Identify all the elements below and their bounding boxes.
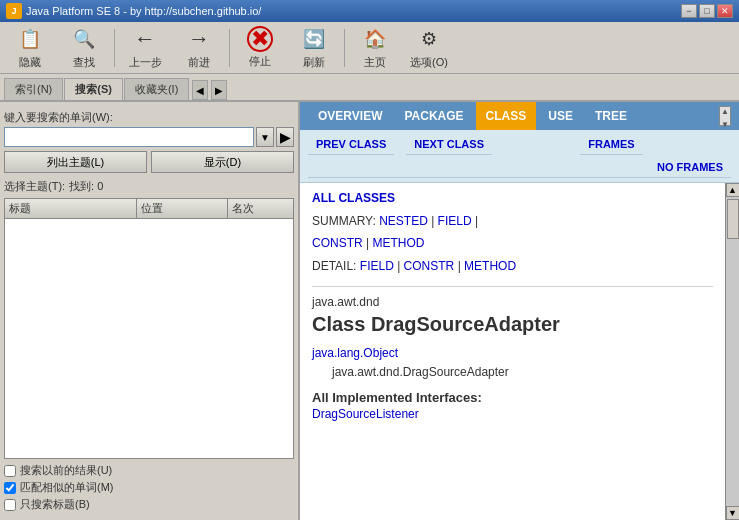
next-class-link[interactable]: NEXT CLASS <box>406 134 492 155</box>
stop-icon: ✖ <box>247 26 273 52</box>
title-bar-text: Java Platform SE 8 - by http://subchen.g… <box>26 5 261 17</box>
drag-source-listener-link[interactable]: DragSourceListener <box>312 407 713 421</box>
search-input-row: ▼ ▶ <box>4 127 294 147</box>
search-options: 搜索以前的结果(U) 匹配相似的单词(M) 只搜索标题(B) <box>4 459 294 516</box>
options-label: 选项(O) <box>410 55 448 70</box>
title-bar: J Java Platform SE 8 - by http://subchen… <box>0 0 739 22</box>
search-prompt: 键入要搜索的单词(W): <box>4 110 294 125</box>
stop-button[interactable]: ✖ 停止 <box>234 25 286 71</box>
table-body <box>5 219 293 458</box>
content-nav-tabs: OVERVIEW PACKAGE CLASS USE TREE ▲ ▼ <box>300 102 739 130</box>
right-scrollbar[interactable]: ▲ ▼ <box>725 183 739 520</box>
left-panel-tabs: 索引(N) 搜索(S) 收藏夹(I) ◀ ▶ <box>0 74 739 102</box>
stop-label: 停止 <box>249 54 271 69</box>
col-position: 位置 <box>137 199 228 218</box>
right-panel: OVERVIEW PACKAGE CLASS USE TREE ▲ ▼ PREV… <box>300 102 739 520</box>
close-button[interactable]: ✕ <box>717 4 733 18</box>
constr-link-s[interactable]: CONSTR <box>312 236 363 250</box>
hide-icon: 📋 <box>16 26 44 53</box>
constr-link-d[interactable]: CONSTR <box>404 259 455 273</box>
col-rank: 名次 <box>228 199 293 218</box>
forward-button[interactable]: → 前进 <box>173 25 225 71</box>
search-button[interactable]: 🔍 查找 <box>58 25 110 71</box>
minimize-button[interactable]: − <box>681 4 697 18</box>
checkbox-title-input[interactable] <box>4 499 16 511</box>
show-button[interactable]: 显示(D) <box>151 151 294 173</box>
back-button[interactable]: ← 上一步 <box>119 25 171 71</box>
method-link-s[interactable]: METHOD <box>372 236 424 250</box>
back-icon: ← <box>131 26 159 53</box>
implemented-title: All Implemented Interfaces: <box>312 390 713 405</box>
refresh-icon: 🔄 <box>300 26 328 53</box>
object-link[interactable]: java.lang.Object <box>312 346 398 360</box>
left-panel: 键入要搜索的单词(W): ▼ ▶ 列出主题(L) 显示(D) 选择主题(T): … <box>0 102 300 520</box>
tab-next-arrow[interactable]: ▶ <box>211 80 227 100</box>
tab-tree[interactable]: TREE <box>585 102 637 130</box>
home-label: 主页 <box>364 55 386 70</box>
hide-label: 隐藏 <box>19 55 41 70</box>
search-icon: 🔍 <box>70 26 98 53</box>
content-subnav: PREV CLASS NEXT CLASS FRAMES NO FRAMES <box>300 130 739 183</box>
field-link-d[interactable]: FIELD <box>360 259 394 273</box>
summary-text: SUMMARY: NESTED | FIELD | <box>312 211 713 233</box>
class-title: Class DragSourceAdapter <box>312 313 713 336</box>
all-classes-link[interactable]: ALL CLASSES <box>312 191 713 205</box>
no-frames-link[interactable]: NO FRAMES <box>308 157 731 178</box>
action-buttons: 列出主题(L) 显示(D) <box>4 151 294 173</box>
refresh-label: 刷新 <box>303 55 325 70</box>
results-table: 标题 位置 名次 <box>4 198 294 459</box>
summary-text-2: CONSTR | METHOD <box>312 233 713 255</box>
method-link-d[interactable]: METHOD <box>464 259 516 273</box>
search-label: 查找 <box>73 55 95 70</box>
toolbar: 📋 隐藏 🔍 查找 ← 上一步 → 前进 ✖ 停止 🔄 刷新 🏠 主页 ⚙ 选项… <box>0 22 739 74</box>
checkbox-similar-input[interactable] <box>4 482 16 494</box>
tab-index[interactable]: 索引(N) <box>4 78 63 100</box>
tab-class[interactable]: CLASS <box>476 102 537 130</box>
checkbox-previous-results: 搜索以前的结果(U) <box>4 463 294 478</box>
checkbox-title-only: 只搜索标题(B) <box>4 497 294 512</box>
toolbar-separator-3 <box>344 29 345 67</box>
tab-prev-arrow[interactable]: ◀ <box>192 80 208 100</box>
nav-scrollbar[interactable]: ▲ ▼ <box>719 106 731 126</box>
tab-use[interactable]: USE <box>538 102 583 130</box>
main-container: 键入要搜索的单词(W): ▼ ▶ 列出主题(L) 显示(D) 选择主题(T): … <box>0 102 739 520</box>
search-input[interactable] <box>4 127 254 147</box>
tab-overview[interactable]: OVERVIEW <box>308 102 392 130</box>
window-controls: − □ ✕ <box>681 4 733 18</box>
inheritance-tree: java.lang.Object java.awt.dnd.DragSource… <box>312 344 713 382</box>
maximize-button[interactable]: □ <box>699 4 715 18</box>
content-area: ALL CLASSES SUMMARY: NESTED | FIELD | CO… <box>300 183 725 520</box>
toolbar-separator-2 <box>229 29 230 67</box>
options-button[interactable]: ⚙ 选项(O) <box>403 25 455 71</box>
prev-class-link[interactable]: PREV CLASS <box>308 134 394 155</box>
frames-link[interactable]: FRAMES <box>580 134 642 155</box>
search-go-button[interactable]: ▶ <box>276 127 294 147</box>
checkbox-previous-input[interactable] <box>4 465 16 477</box>
subject-row: 选择主题(T): 找到: 0 <box>4 179 294 194</box>
app-icon: J <box>6 3 22 19</box>
forward-label: 前进 <box>188 55 210 70</box>
scroll-thumb[interactable] <box>727 199 739 239</box>
refresh-button[interactable]: 🔄 刷新 <box>288 25 340 71</box>
back-label: 上一步 <box>129 55 162 70</box>
checkbox-similar-words: 匹配相似的单词(M) <box>4 480 294 495</box>
table-header: 标题 位置 名次 <box>5 199 293 219</box>
scroll-up-arrow[interactable]: ▲ <box>726 183 740 197</box>
options-icon: ⚙ <box>415 26 443 53</box>
detail-text: DETAIL: FIELD | CONSTR | METHOD <box>312 256 713 278</box>
tab-favorites[interactable]: 收藏夹(I) <box>124 78 189 100</box>
home-icon: 🏠 <box>361 26 389 53</box>
toolbar-separator-1 <box>114 29 115 67</box>
hide-button[interactable]: 📋 隐藏 <box>4 25 56 71</box>
nested-link[interactable]: NESTED <box>379 214 428 228</box>
tab-search[interactable]: 搜索(S) <box>64 78 123 100</box>
scroll-down-arrow[interactable]: ▼ <box>726 506 740 520</box>
field-link-s[interactable]: FIELD <box>438 214 472 228</box>
dropdown-button[interactable]: ▼ <box>256 127 274 147</box>
col-title: 标题 <box>5 199 137 218</box>
list-subjects-button[interactable]: 列出主题(L) <box>4 151 147 173</box>
tab-package[interactable]: PACKAGE <box>394 102 473 130</box>
package-name: java.awt.dnd <box>312 295 713 309</box>
forward-icon: → <box>185 26 213 53</box>
home-button[interactable]: 🏠 主页 <box>349 25 401 71</box>
